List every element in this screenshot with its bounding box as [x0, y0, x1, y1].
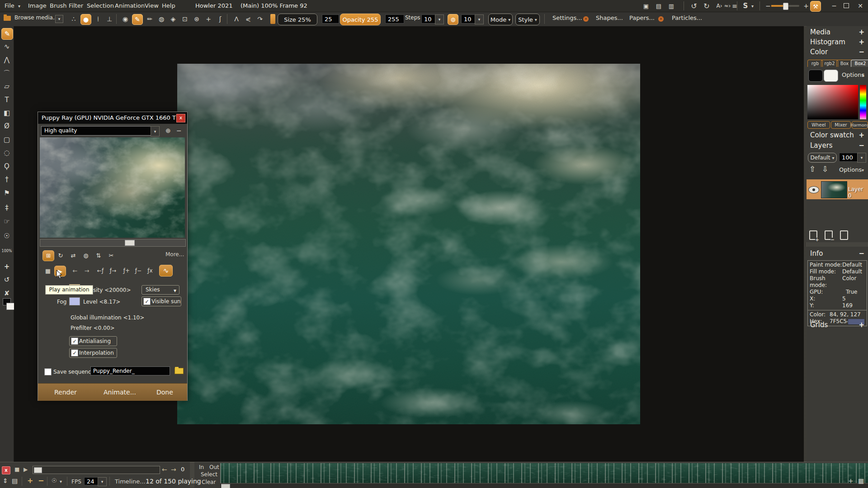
plus-icon[interactable]: +	[848, 477, 854, 484]
info-section-header[interactable]: Info	[810, 249, 823, 258]
timeline-stop-icon[interactable]: ■	[14, 466, 19, 473]
chevron-down-icon[interactable]: ▾	[862, 73, 864, 78]
pencil2-icon[interactable]: ✏	[145, 14, 155, 24]
layer-thumbnail[interactable]	[821, 181, 847, 198]
swirl-icon[interactable]: ◍	[156, 14, 166, 24]
layer-name[interactable]: Layer 0	[848, 186, 868, 199]
interpolation-checkbox-group[interactable]: ✓ Interpolation	[69, 348, 117, 358]
primary-color-swatch[interactable]	[808, 70, 823, 82]
add-layer-icon[interactable]: +	[809, 230, 817, 240]
frame-slider-handle[interactable]	[34, 467, 42, 473]
new-layer-icon[interactable]	[840, 230, 848, 240]
keyframe-prev-icon[interactable]: ←ƒ	[95, 266, 106, 276]
prefilter-label[interactable]: Prefilter <0.00>	[71, 325, 115, 331]
add-frame-icon[interactable]: +	[27, 476, 33, 485]
filmstrip-scrollbar-handle[interactable]	[221, 484, 230, 488]
timeline-play-icon[interactable]: ▶	[24, 466, 28, 473]
menu-view[interactable]: View	[145, 2, 159, 9]
lasso-icon[interactable]: ʃ	[215, 14, 225, 24]
chevron-down-icon[interactable]: ▾	[60, 479, 62, 484]
styles-icon[interactable]: S	[741, 1, 750, 11]
round-brush-icon[interactable]: ●	[80, 14, 91, 25]
layer-visibility-eye-icon[interactable]	[808, 186, 819, 193]
list-icon[interactable]: ≡	[730, 1, 740, 11]
clear-button[interactable]: Clear	[202, 479, 216, 485]
pushpin-tool[interactable]: ‡	[1, 202, 12, 213]
settings-close-icon[interactable]: ✕	[583, 16, 589, 22]
null-tool[interactable]: Ø	[1, 121, 12, 131]
undo-tool[interactable]: ↺	[1, 274, 12, 285]
menu-animation[interactable]: Animation	[115, 2, 145, 9]
size-indicator-bar[interactable]	[270, 14, 275, 24]
grid-icon[interactable]: ▦	[858, 477, 864, 484]
polyline-tool[interactable]: ⋀	[1, 54, 12, 65]
tab-mixer[interactable]: Mixer	[831, 121, 851, 129]
in-button[interactable]: In	[199, 464, 204, 470]
antialiasing-checkbox-group[interactable]: ✓ Antialiasing	[69, 336, 117, 346]
info-collapse-icon[interactable]: −	[859, 249, 864, 258]
brush-tip-icon[interactable]: ⁞	[93, 14, 103, 24]
remove-preset-icon[interactable]: −	[176, 127, 182, 134]
papers-button[interactable]: Papers...	[629, 14, 655, 21]
transform-tool[interactable]: ▱	[1, 81, 12, 92]
diamond-icon[interactable]: ◈	[168, 14, 178, 24]
fold-icon[interactable]: ⋞	[243, 14, 253, 24]
secondary-color-swatch[interactable]	[824, 70, 838, 82]
next-frame-icon[interactable]: →	[81, 266, 92, 276]
curve-tool[interactable]: ⌒	[1, 68, 12, 79]
opacity-value[interactable]: 255	[385, 14, 404, 23]
menu-brush[interactable]: Brush	[50, 2, 67, 9]
magnifier-tool[interactable]: Ϙ	[1, 161, 12, 172]
layer-opacity-dropdown[interactable]: ▾	[857, 153, 866, 163]
cut-star-tool[interactable]: ✘	[1, 288, 12, 299]
light-table-icon[interactable]: ☉	[52, 477, 57, 484]
zoom-in-icon[interactable]: +	[801, 1, 811, 11]
globe-move-icon[interactable]: ◍	[80, 250, 91, 260]
histogram-section-header[interactable]: Histogram	[810, 38, 845, 46]
slider-handle[interactable]	[783, 3, 788, 10]
chevron-down-icon[interactable]: ▾	[862, 168, 864, 173]
stamp-icon[interactable]: ⊥	[104, 14, 114, 24]
timeline-close-button[interactable]: x	[2, 466, 10, 474]
paste-special-icon[interactable]: ▥	[666, 1, 676, 11]
out-button[interactable]: Out	[209, 464, 219, 470]
add-preset-icon[interactable]: ⊕	[165, 127, 171, 134]
grids-section-header[interactable]: Grids	[810, 321, 828, 329]
color-collapse-icon[interactable]: −	[859, 48, 864, 56]
color-options-button[interactable]: Options	[842, 71, 864, 78]
pin-tool[interactable]: †	[1, 174, 12, 185]
tab-harmony[interactable]: Harmony	[852, 121, 868, 129]
filmstrip-icon[interactable]: ▤	[12, 477, 18, 484]
browse-media-dropdown[interactable]: ▾	[55, 15, 63, 23]
layer-row[interactable]: Layer 0	[807, 179, 868, 199]
crosshair-icon[interactable]: +	[203, 14, 213, 24]
expand-timeline-icon[interactable]: ⇕	[3, 477, 8, 484]
blend-swirl-icon[interactable]: ◍	[448, 14, 458, 25]
text-tool[interactable]: T	[1, 94, 12, 105]
antialiasing-checkbox[interactable]: ✓	[71, 338, 78, 345]
camera-cut-icon[interactable]: ✂	[106, 250, 117, 260]
media-section-header[interactable]: Media	[810, 28, 830, 36]
tab-rgb2[interactable]: rgb2	[821, 60, 838, 67]
lamp-tool[interactable]: ☉	[1, 230, 12, 241]
chevron-down-icon[interactable]: ▾	[18, 4, 20, 9]
flag-tool[interactable]: ⚑	[1, 188, 12, 198]
close-button[interactable]: ✕	[855, 1, 865, 11]
timeline-button[interactable]: Timeline...	[115, 478, 146, 485]
preview-scrollbar-handle[interactable]	[125, 240, 135, 246]
visible-sun-checkbox-group[interactable]: ✓ Visible sun	[142, 296, 181, 306]
opacity-button[interactable]: Opacity 255	[340, 14, 381, 25]
fps-dropdown[interactable]: ▾	[98, 477, 107, 486]
hue-bar[interactable]	[860, 85, 866, 119]
stop-button[interactable]: ■	[42, 266, 53, 276]
saturation-value-picker[interactable]	[807, 85, 858, 119]
canvas-image[interactable]	[177, 64, 640, 424]
rotate-icon[interactable]: ↷	[255, 14, 265, 24]
move-tool[interactable]: +	[1, 261, 12, 272]
menu-help[interactable]: Help	[162, 2, 175, 9]
folder-icon[interactable]	[4, 16, 11, 21]
pan-hand-tool[interactable]: ☞	[1, 216, 12, 227]
paste-selection-icon[interactable]: ▤	[654, 1, 664, 11]
asterisk-box-icon[interactable]: ⊛	[192, 14, 202, 24]
select-button[interactable]: Select	[201, 471, 217, 478]
